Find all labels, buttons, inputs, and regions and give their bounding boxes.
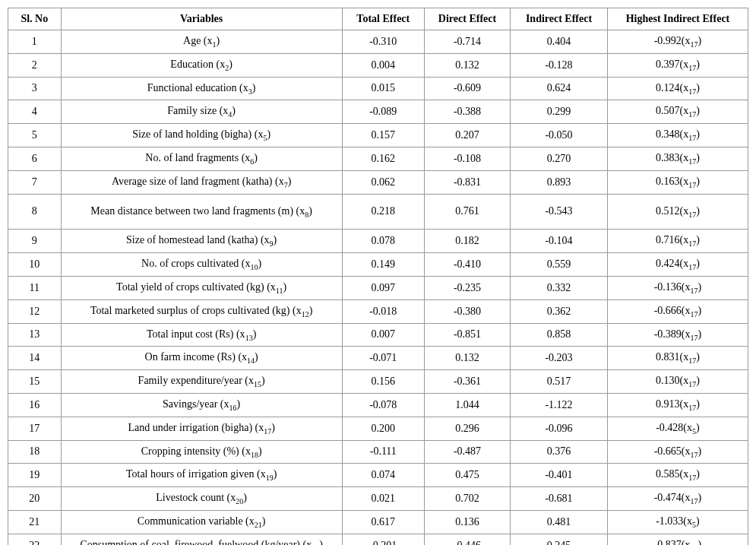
cell-total: 0.218 [342, 194, 424, 230]
cell-highest: 0.913(x17) [607, 393, 748, 417]
cell-slno: 17 [8, 417, 62, 440]
table-row: 1Age (x1)-0.310-0.7140.404-0.992(x17) [8, 30, 748, 54]
cell-slno: 22 [8, 534, 62, 545]
header-slno: Sl. No [8, 8, 62, 30]
effects-table: Sl. No Variables Total Effect Direct Eff… [8, 8, 748, 545]
cell-direct: -0.361 [424, 370, 510, 394]
cell-indirect: 0.624 [511, 77, 608, 100]
header-variables: Variables [61, 8, 342, 30]
cell-slno: 1 [8, 30, 62, 54]
cell-highest: 0.124(x17) [607, 77, 748, 100]
cell-highest: -0.665(x17) [607, 440, 748, 464]
cell-variable: Family size (x4) [61, 100, 342, 124]
cell-variable: Total marketed surplus of crops cultivat… [61, 299, 342, 323]
cell-indirect: -0.128 [511, 53, 608, 77]
cell-variable: No. of land fragments (x6) [61, 147, 342, 170]
cell-direct: -0.388 [424, 100, 510, 124]
cell-slno: 14 [8, 347, 62, 370]
cell-highest: -0.136(x17) [607, 276, 748, 299]
cell-direct: 0.702 [424, 487, 510, 511]
cell-indirect: 0.858 [511, 323, 608, 347]
cell-highest: -0.428(x5) [607, 417, 748, 440]
cell-variable: Total yield of crops cultivated (kg) (x1… [61, 276, 342, 299]
table-row: 18Cropping intensity (%) (x18)-0.111-0.4… [8, 440, 748, 464]
cell-direct: -0.831 [424, 170, 510, 194]
cell-highest: 0.716(x17) [607, 230, 748, 253]
cell-highest: 0.130(x17) [607, 370, 748, 394]
cell-indirect: -0.050 [511, 124, 608, 147]
cell-variable: Mean distance between two land fragments… [61, 194, 342, 230]
cell-direct: -0.609 [424, 77, 510, 100]
table-row: 13Total input cost (Rs) (x13)0.007-0.851… [8, 323, 748, 347]
cell-total: -0.201 [342, 534, 424, 545]
cell-direct: 0.475 [424, 464, 510, 487]
cell-total: 0.200 [342, 417, 424, 440]
cell-highest: 0.585(x17) [607, 464, 748, 487]
table-row: 12Total marketed surplus of crops cultiv… [8, 299, 748, 323]
cell-highest: 0.507(x17) [607, 100, 748, 124]
cell-indirect: 0.332 [511, 276, 608, 299]
cell-slno: 4 [8, 100, 62, 124]
table-row: 20Livestock count (x20)0.0210.702-0.681-… [8, 487, 748, 511]
cell-slno: 12 [8, 299, 62, 323]
cell-direct: 0.296 [424, 417, 510, 440]
cell-direct: 0.182 [424, 230, 510, 253]
cell-highest: 0.348(x17) [607, 124, 748, 147]
cell-highest: -1.033(x5) [607, 510, 748, 534]
cell-direct: -0.851 [424, 323, 510, 347]
table-row: 9Size of homestead land (katha) (x9)0.07… [8, 230, 748, 253]
table-row: 4Family size (x4)-0.089-0.3880.2990.507(… [8, 100, 748, 124]
cell-variable: Functional education (x3) [61, 77, 342, 100]
cell-indirect: 0.299 [511, 100, 608, 124]
cell-total: 0.062 [342, 170, 424, 194]
cell-indirect: -0.401 [511, 464, 608, 487]
cell-slno: 2 [8, 53, 62, 77]
cell-total: -0.111 [342, 440, 424, 464]
cell-total: -0.018 [342, 299, 424, 323]
cell-slno: 11 [8, 276, 62, 299]
cell-slno: 19 [8, 464, 62, 487]
table-row: 22Consumption of coal, firewood, fuelwoo… [8, 534, 748, 545]
cell-variable: Family expenditure/year (x15) [61, 370, 342, 394]
cell-total: -0.089 [342, 100, 424, 124]
cell-variable: Size of land holding (bigha) (x5) [61, 124, 342, 147]
cell-highest: 0.831(x17) [607, 347, 748, 370]
cell-total: 0.021 [342, 487, 424, 511]
cell-total: -0.071 [342, 347, 424, 370]
table-row: 3Functional education (x3)0.015-0.6090.6… [8, 77, 748, 100]
cell-direct: 0.761 [424, 194, 510, 230]
cell-indirect: -0.096 [511, 417, 608, 440]
cell-slno: 18 [8, 440, 62, 464]
cell-variable: Livestock count (x20) [61, 487, 342, 511]
table-row: 2Education (x2)0.0040.132-0.1280.397(x17… [8, 53, 748, 77]
cell-highest: -0.666(x17) [607, 299, 748, 323]
cell-direct: 0.132 [424, 347, 510, 370]
cell-direct: -0.380 [424, 299, 510, 323]
cell-slno: 7 [8, 170, 62, 194]
cell-indirect: -0.543 [511, 194, 608, 230]
cell-total: 0.156 [342, 370, 424, 394]
table-row: 6No. of land fragments (x6)0.162-0.1080.… [8, 147, 748, 170]
cell-slno: 5 [8, 124, 62, 147]
cell-indirect: 0.517 [511, 370, 608, 394]
cell-variable: Total hours of irrigation given (x19) [61, 464, 342, 487]
cell-direct: -0.487 [424, 440, 510, 464]
table-row: 19Total hours of irrigation given (x19)0… [8, 464, 748, 487]
table-row: 17Land under irrigation (bigha) (x17)0.2… [8, 417, 748, 440]
table-row: 15Family expenditure/year (x15)0.156-0.3… [8, 370, 748, 394]
cell-total: 0.097 [342, 276, 424, 299]
cell-direct: -0.235 [424, 276, 510, 299]
cell-slno: 9 [8, 230, 62, 253]
cell-indirect: 0.376 [511, 440, 608, 464]
header-total: Total Effect [342, 8, 424, 30]
cell-slno: 16 [8, 393, 62, 417]
table-row: 7Average size of land fragment (katha) (… [8, 170, 748, 194]
table-row: 11Total yield of crops cultivated (kg) (… [8, 276, 748, 299]
cell-indirect: 0.559 [511, 253, 608, 277]
cell-indirect: -1.122 [511, 393, 608, 417]
cell-highest: -0.992(x17) [607, 30, 748, 54]
cell-highest: -0.389(x17) [607, 323, 748, 347]
cell-total: 0.078 [342, 230, 424, 253]
table-row: 14On farm income (Rs) (x14)-0.0710.132-0… [8, 347, 748, 370]
cell-variable: Size of homestead land (katha) (x9) [61, 230, 342, 253]
